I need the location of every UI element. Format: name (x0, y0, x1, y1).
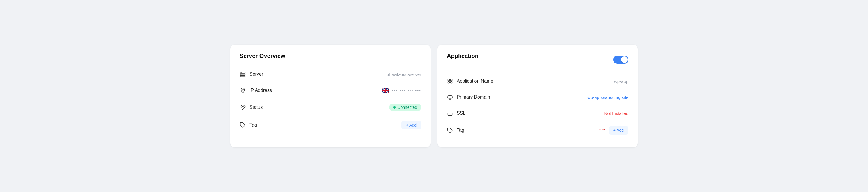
server-add-tag-button[interactable]: + Add (401, 121, 421, 129)
server-value: bhavik-test-server (386, 72, 421, 77)
app-name-row: Application Name wp-app (447, 73, 628, 89)
svg-point-16 (450, 114, 450, 115)
svg-rect-12 (451, 82, 452, 84)
ssl-label: SSL (447, 110, 465, 116)
ip-number: ••• ••• ••• ••• (392, 88, 422, 93)
ip-label: IP Address (240, 87, 272, 94)
status-dot (393, 106, 396, 108)
status-value: Connected (389, 103, 421, 111)
ip-value: 🇬🇧 ••• ••• ••• ••• (382, 87, 422, 94)
globe-icon (447, 94, 453, 100)
app-card-title: Application (447, 53, 478, 59)
app-name-value: wp-app (614, 79, 628, 84)
tag-icon (240, 122, 246, 128)
app-tag-label: Tag (447, 127, 464, 133)
app-name-label: Application Name (447, 78, 493, 84)
uk-flag: 🇬🇧 (382, 87, 389, 94)
server-row: Server bhavik-test-server (240, 66, 421, 82)
svg-point-6 (242, 89, 243, 90)
ssl-value: Not Installed (604, 111, 628, 116)
server-label: Server (240, 71, 263, 77)
server-tag-row: Tag + Add (240, 116, 421, 134)
lock-icon (447, 110, 453, 116)
app-tag-icon (447, 127, 453, 133)
grid-icon (447, 78, 453, 84)
app-tag-value-container: + Add (599, 126, 628, 135)
app-add-tag-button[interactable]: + Add (609, 126, 628, 135)
svg-point-7 (243, 109, 243, 110)
status-row: Status Connected (240, 99, 421, 116)
ip-address-row: IP Address 🇬🇧 ••• ••• ••• ••• (240, 82, 421, 99)
main-container: Server Overview Server bhavik-test-serve… (230, 44, 638, 148)
svg-rect-2 (241, 75, 245, 76)
server-icon (240, 71, 246, 77)
svg-rect-1 (241, 73, 245, 75)
red-arrow-icon (599, 127, 605, 134)
svg-rect-0 (241, 72, 245, 73)
map-pin-icon (240, 87, 246, 94)
primary-domain-row: Primary Domain wp-app.satesting.site (447, 89, 628, 105)
svg-marker-18 (604, 129, 605, 130)
server-tag-label: Tag (240, 122, 257, 128)
app-card-header: Application (447, 53, 628, 66)
application-card: Application Application Name wp-app Prim… (437, 44, 638, 148)
server-overview-card: Server Overview Server bhavik-test-serve… (230, 44, 431, 148)
connected-badge: Connected (389, 103, 421, 111)
svg-rect-10 (451, 79, 452, 81)
status-label: Status (240, 104, 262, 110)
app-tag-row: Tag + Add (447, 121, 628, 139)
primary-domain-label: Primary Domain (447, 94, 490, 100)
primary-domain-value[interactable]: wp-app.satesting.site (587, 95, 628, 100)
ssl-row: SSL Not Installed (447, 105, 628, 121)
svg-rect-9 (448, 79, 450, 81)
app-toggle[interactable] (613, 56, 628, 64)
server-card-title: Server Overview (240, 53, 421, 59)
svg-rect-11 (448, 82, 450, 84)
wifi-icon (240, 104, 246, 110)
